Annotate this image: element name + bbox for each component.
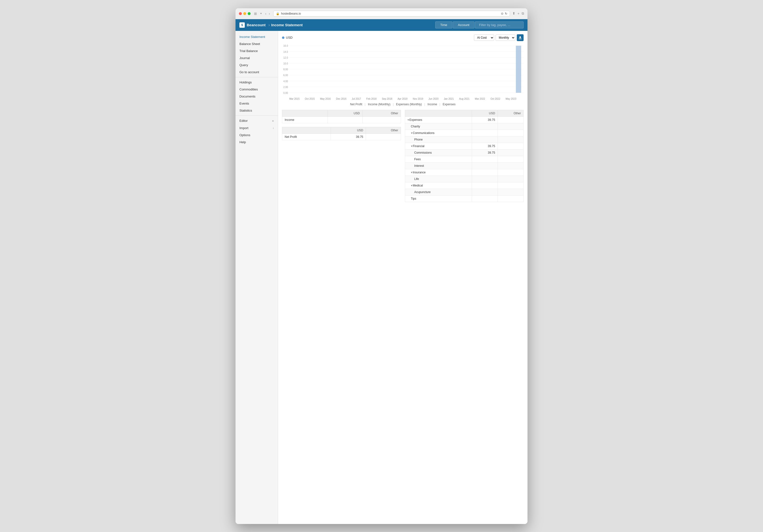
tabs-icon[interactable]: ⧉ <box>522 11 524 16</box>
sidebar-label-editor: Editor <box>239 119 248 123</box>
sidebar-label-events: Events <box>239 102 249 105</box>
lock-icon: 🔒 <box>276 12 279 15</box>
sidebar-item-statistics[interactable]: Statistics <box>236 107 278 114</box>
sidebar-label-holdings: Holdings <box>239 80 252 84</box>
expenses-collapse-icon[interactable]: ▾ <box>407 118 409 122</box>
legend-net-profit[interactable]: Net Profit <box>350 103 362 106</box>
maximize-button[interactable] <box>248 12 251 15</box>
browser-window: ⊞ ▾ ‹ › 🔒 hostedbeans.io ⊙ ↻ ⬆ ＋ ⧉ $ Bea… <box>236 8 527 524</box>
communications-other <box>497 130 523 136</box>
tag-filter-input[interactable] <box>475 21 524 29</box>
sidebar-item-income-statement[interactable]: Income Statement <box>236 33 278 41</box>
sidebar-label-balance-sheet: Balance Sheet <box>239 42 260 46</box>
svg-text:8.00: 8.00 <box>283 68 288 71</box>
sidebar-item-options[interactable]: Options <box>236 132 278 138</box>
table-row: Interest <box>405 162 524 169</box>
np-col-usd: USD <box>331 127 366 133</box>
table-row: ▾Expenses 39.75 <box>405 117 524 123</box>
sidebar-item-go-to-account[interactable]: Go to account <box>236 68 278 76</box>
fees-link[interactable]: Fees <box>405 156 472 162</box>
sidebar-item-import[interactable]: Import ↓ <box>236 125 278 132</box>
sidebar-chevron-down-icon[interactable]: ▾ <box>260 12 262 15</box>
legend-income[interactable]: Income <box>427 103 437 106</box>
sidebar-label-journal: Journal <box>239 56 250 60</box>
new-tab-icon[interactable]: ＋ <box>517 11 520 16</box>
address-bar[interactable]: 🔒 hostedbeans.io ⊙ ↻ <box>273 11 510 17</box>
expenses-link[interactable]: ▾Expenses <box>405 117 472 123</box>
expenses-usd: 39.75 <box>472 117 497 123</box>
monthly-select[interactable]: Monthly Yearly Weekly <box>495 35 515 41</box>
acupuncture-other <box>497 189 523 195</box>
sidebar-toggle-button[interactable]: ⊞ <box>254 12 257 16</box>
communications-link[interactable]: ▾Communications <box>405 130 472 136</box>
back-button[interactable]: ‹ <box>264 11 268 16</box>
import-down-icon: ↓ <box>272 126 274 130</box>
income-usd <box>327 117 362 123</box>
download-chart-button[interactable] <box>517 34 524 41</box>
url-text: hostedbeans.io <box>281 12 301 15</box>
medical-usd <box>472 182 497 189</box>
insurance-other <box>497 169 523 176</box>
interest-link[interactable]: Interest <box>405 162 472 169</box>
financial-collapse-icon[interactable]: ▾ <box>411 144 412 148</box>
sidebar-label-import: Import <box>239 126 249 130</box>
insurance-link[interactable]: ▾Insurance <box>405 169 472 176</box>
net-profit-link[interactable]: Net Profit <box>282 133 331 140</box>
reader-icon: ⊙ <box>501 12 503 15</box>
minimize-button[interactable] <box>243 12 246 15</box>
communications-collapse-icon[interactable]: ▾ <box>411 131 412 135</box>
np-col-account <box>282 127 331 133</box>
reload-icon[interactable]: ↻ <box>505 12 507 15</box>
sidebar-item-commodities[interactable]: Commodities <box>236 86 278 93</box>
table-row: ▾Financial 39.75 <box>405 143 524 149</box>
expenses-other <box>497 117 523 123</box>
acupuncture-usd <box>472 189 497 195</box>
acupuncture-link[interactable]: Acupuncture <box>405 189 472 195</box>
medical-link[interactable]: ▾Medical <box>405 182 472 189</box>
sidebar-divider-1 <box>236 77 278 77</box>
sidebar-item-holdings[interactable]: Holdings <box>236 79 278 86</box>
legend-income-monthly[interactable]: Income (Monthly) <box>368 103 390 106</box>
sidebar-item-journal[interactable]: Journal <box>236 54 278 61</box>
table-row: Tips <box>405 195 524 202</box>
editor-plus-icon: + <box>272 119 274 123</box>
sidebar-label-statistics: Statistics <box>239 109 252 112</box>
legend-expenses-monthly[interactable]: Expenses (Monthly) <box>396 103 422 106</box>
at-cost-select[interactable]: At Cost At Value <box>474 35 494 41</box>
table-row: Income <box>282 117 401 123</box>
sidebar-label-income-statement: Income Statement <box>239 35 265 39</box>
sidebar-divider-2 <box>236 116 278 116</box>
share-icon[interactable]: ⬆ <box>512 11 515 16</box>
sidebar-item-help[interactable]: Help <box>236 138 278 146</box>
sidebar-item-editor[interactable]: Editor + <box>236 117 278 125</box>
income-col-other: Other <box>362 110 401 117</box>
sidebar-item-documents[interactable]: Documents <box>236 93 278 100</box>
expenses-table-section: USD Other ▾Expenses 39.75 <box>405 110 524 202</box>
insurance-usd <box>472 169 497 176</box>
svg-text:2.00: 2.00 <box>283 86 288 89</box>
browser-chrome: ⊞ ▾ ‹ › 🔒 hostedbeans.io ⊙ ↻ ⬆ ＋ ⧉ <box>236 8 527 19</box>
charity-link[interactable]: Charity <box>405 123 472 130</box>
account-filter-button[interactable]: Account <box>453 21 475 29</box>
income-col-usd: USD <box>327 110 362 117</box>
financial-link[interactable]: ▾Financial <box>405 143 472 149</box>
fees-usd <box>472 156 497 162</box>
sidebar-item-balance-sheet[interactable]: Balance Sheet <box>236 41 278 47</box>
commissions-link[interactable]: Commissions <box>405 149 472 156</box>
tips-link[interactable]: Tips <box>405 195 472 202</box>
sidebar-item-query[interactable]: Query <box>236 61 278 68</box>
income-link[interactable]: Income <box>282 117 328 123</box>
svg-rect-0 <box>519 39 522 39</box>
table-row: Phone <box>405 136 524 143</box>
medical-collapse-icon[interactable]: ▾ <box>411 184 412 187</box>
insurance-collapse-icon[interactable]: ▾ <box>411 171 412 174</box>
legend-expenses[interactable]: Expenses <box>443 103 456 106</box>
net-profit-other <box>366 133 401 140</box>
close-button[interactable] <box>239 12 242 15</box>
time-filter-button[interactable]: Time <box>435 21 452 29</box>
sidebar-item-events[interactable]: Events <box>236 100 278 107</box>
life-link[interactable]: Life <box>405 176 472 182</box>
forward-button[interactable]: › <box>268 11 271 16</box>
phone-link[interactable]: Phone <box>405 136 472 143</box>
sidebar-item-trial-balance[interactable]: Trial Balance <box>236 47 278 54</box>
